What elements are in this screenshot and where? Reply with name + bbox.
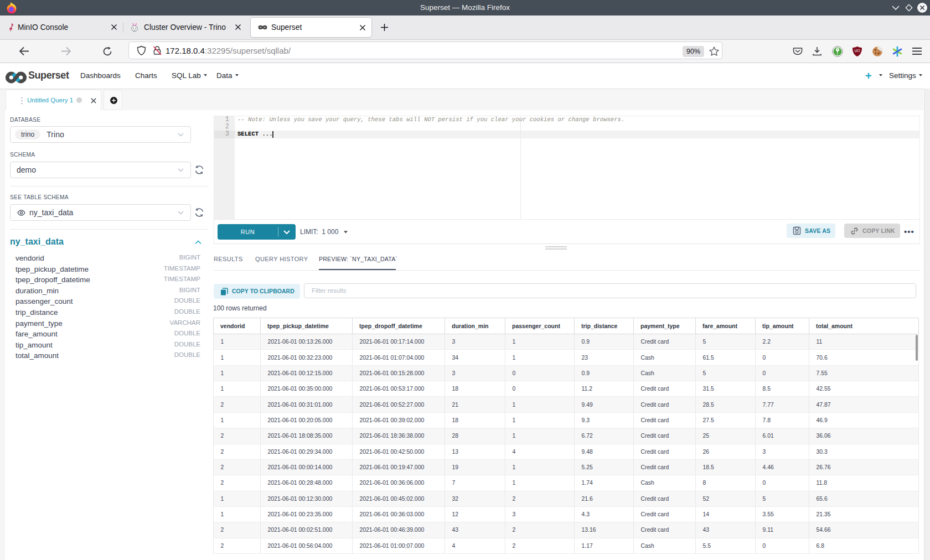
svg-text:UO: UO — [855, 49, 860, 53]
